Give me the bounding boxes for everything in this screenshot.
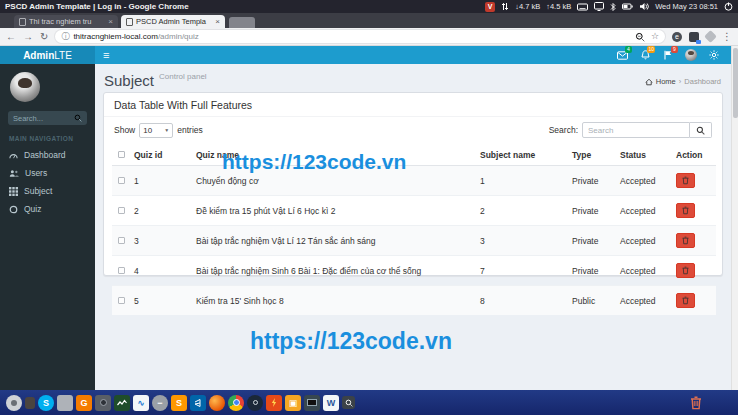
watermark-123code: https://123code.vn: [250, 328, 452, 355]
messages-icon[interactable]: 4: [616, 49, 628, 61]
notifications-bell-icon[interactable]: 10: [639, 49, 651, 61]
row-checkbox[interactable]: [118, 207, 125, 214]
power-menu-icon[interactable]: [724, 2, 733, 12]
skype-icon[interactable]: S: [38, 395, 54, 411]
scrollbar-thumb[interactable]: [733, 48, 738, 118]
back-icon[interactable]: ←: [6, 32, 16, 42]
users-icon: [9, 169, 19, 178]
app-bolt-icon[interactable]: [266, 395, 282, 411]
screenshot-camera-icon[interactable]: [95, 395, 111, 411]
word-icon[interactable]: W: [323, 395, 339, 411]
delete-button[interactable]: [676, 233, 695, 248]
sidebar-item-users[interactable]: Users: [0, 164, 95, 182]
chrome-tab-strip: Thi trac nghiem tru × PSCD Admin Templa …: [0, 13, 738, 28]
table-header-row: Quiz id Quiz name Subject name Type Stat…: [112, 145, 716, 166]
firefox-icon[interactable]: [209, 395, 225, 411]
site-info-icon[interactable]: ⓘ: [61, 31, 69, 42]
search-tool-icon[interactable]: [342, 396, 355, 409]
sidebar-item-label: Subject: [24, 186, 52, 196]
new-tab-button[interactable]: [229, 17, 255, 28]
breadcrumb-sep: ›: [679, 77, 682, 86]
circle-icon: [9, 205, 18, 214]
system-monitor-icon[interactable]: [114, 395, 130, 411]
wave-app-icon[interactable]: ∿: [133, 395, 149, 411]
settings-gear-icon[interactable]: [708, 49, 720, 61]
sidebar-toggle-icon[interactable]: ≡: [103, 49, 109, 61]
sidebar-item-quiz[interactable]: Quiz: [0, 200, 95, 218]
keyboard-tray-icon[interactable]: [577, 2, 588, 12]
table-search-button[interactable]: [690, 122, 712, 138]
quiz-table: Quiz id Quiz name Subject name Type Stat…: [112, 145, 716, 315]
sidebar-search[interactable]: [8, 111, 87, 125]
chrome-icon[interactable]: [228, 395, 244, 411]
sidebar-item-dashboard[interactable]: Dashboard: [0, 146, 95, 164]
tab-close-icon[interactable]: ×: [108, 17, 113, 26]
app-g-icon[interactable]: G: [76, 395, 92, 411]
tab-close-icon[interactable]: ×: [215, 17, 220, 26]
vscode-icon[interactable]: [190, 395, 206, 411]
row-checkbox[interactable]: [118, 237, 125, 244]
select-all-checkbox[interactable]: [118, 151, 125, 158]
adminlte-logo[interactable]: AdminLTE: [0, 46, 95, 64]
display-tray-icon[interactable]: [594, 2, 604, 12]
entries-value: 10: [143, 126, 152, 135]
url-text: thitracnghiem-local.com/admin/quiz: [73, 32, 198, 41]
volume-tray-icon[interactable]: [639, 2, 649, 12]
bookmark-star-icon[interactable]: ☆: [651, 32, 659, 41]
forward-icon[interactable]: →: [23, 32, 33, 42]
entries-select[interactable]: 10 ▼: [139, 123, 173, 138]
tasks-flag-icon[interactable]: 9: [662, 49, 674, 61]
vnc-tray-icon[interactable]: V: [485, 2, 495, 12]
page-subtitle: Control panel: [159, 72, 207, 81]
show-apps-icon[interactable]: [6, 395, 22, 411]
row-checkbox[interactable]: [118, 177, 125, 184]
page-scrollbar[interactable]: [731, 46, 738, 390]
row-checkbox[interactable]: [118, 297, 125, 304]
navbar-user-avatar[interactable]: [685, 49, 697, 61]
row-checkbox[interactable]: [118, 267, 125, 274]
breadcrumb-current: Dashboard: [684, 77, 721, 86]
virtualbox-icon[interactable]: ▣: [285, 395, 301, 411]
box-title: Data Table With Full Features: [114, 99, 252, 111]
breadcrumb-home[interactable]: Home: [656, 77, 676, 86]
clock[interactable]: Wed May 23 08:51: [655, 2, 718, 11]
extension-icon-1[interactable]: e: [672, 32, 682, 42]
trash-icon[interactable]: [688, 395, 704, 411]
bluetooth-tray-icon[interactable]: [610, 2, 616, 12]
address-bar[interactable]: ⓘ thitracnghiem-local.com/admin/quiz ☆: [55, 30, 665, 43]
tasks-badge: 9: [671, 46, 678, 53]
show-label: Show: [114, 125, 135, 135]
chrome-menu-icon[interactable]: ⋮: [722, 32, 732, 42]
do-not-disturb-icon[interactable]: −: [152, 395, 168, 411]
delete-button[interactable]: [676, 293, 695, 308]
page-favicon: [19, 18, 26, 26]
delete-button[interactable]: [676, 203, 695, 218]
delete-button[interactable]: [676, 263, 695, 278]
files-icon[interactable]: [57, 395, 73, 411]
network-arrows-icon[interactable]: [501, 2, 509, 12]
zoom-icon[interactable]: [635, 28, 645, 46]
battery-tray-icon[interactable]: [622, 2, 633, 12]
delete-button[interactable]: [676, 173, 695, 188]
cell-quiz-id: 2: [128, 196, 190, 226]
extension-icon-2[interactable]: [689, 32, 699, 42]
extension-icon-3[interactable]: [704, 30, 717, 43]
search-label: Search:: [549, 125, 578, 135]
table-row: 4 Bài tập trắc nghiệm Sinh 6 Bài 1: Đặc …: [112, 256, 716, 286]
tray-app-icon[interactable]: [25, 397, 35, 409]
terminal-icon[interactable]: [304, 395, 320, 411]
cell-subject-name: 2: [474, 196, 566, 226]
sidebar-search-input[interactable]: [13, 114, 74, 123]
table-search-input[interactable]: [582, 122, 690, 138]
net-upload-speed: ↑4.5 kB: [546, 2, 571, 11]
col-type: Type: [566, 145, 614, 166]
cell-status: Accepted: [614, 256, 670, 286]
sidebar-item-subject[interactable]: Subject: [0, 182, 95, 200]
app-s-icon[interactable]: S: [171, 395, 187, 411]
tab-pscd-admin[interactable]: PSCD Admin Templa ×: [121, 15, 225, 28]
sidebar-user-avatar[interactable]: [10, 72, 40, 102]
reload-icon[interactable]: ↻: [40, 32, 48, 42]
steam-icon[interactable]: [247, 395, 263, 411]
tab-thi-trac-nghiem[interactable]: Thi trac nghiem tru ×: [14, 15, 118, 28]
cell-status: Accepted: [614, 226, 670, 256]
